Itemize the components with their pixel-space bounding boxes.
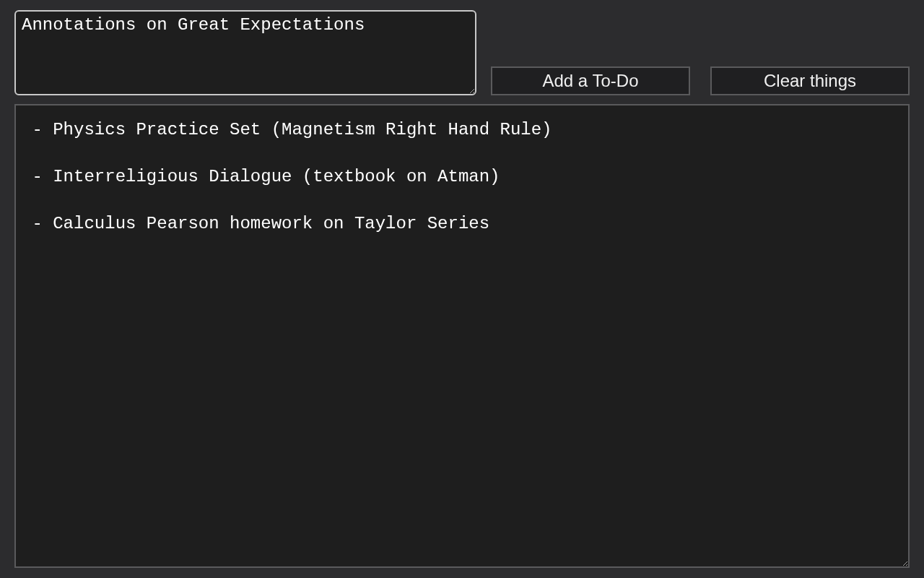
add-todo-button[interactable]: Add a To-Do	[491, 66, 690, 95]
todo-input[interactable]	[14, 10, 476, 95]
top-row: Add a To-Do Clear things	[14, 10, 910, 95]
app-container: Add a To-Do Clear things	[0, 0, 924, 578]
todo-list-display[interactable]	[14, 104, 910, 568]
clear-button[interactable]: Clear things	[710, 66, 910, 95]
controls-group: Add a To-Do Clear things	[491, 66, 910, 95]
